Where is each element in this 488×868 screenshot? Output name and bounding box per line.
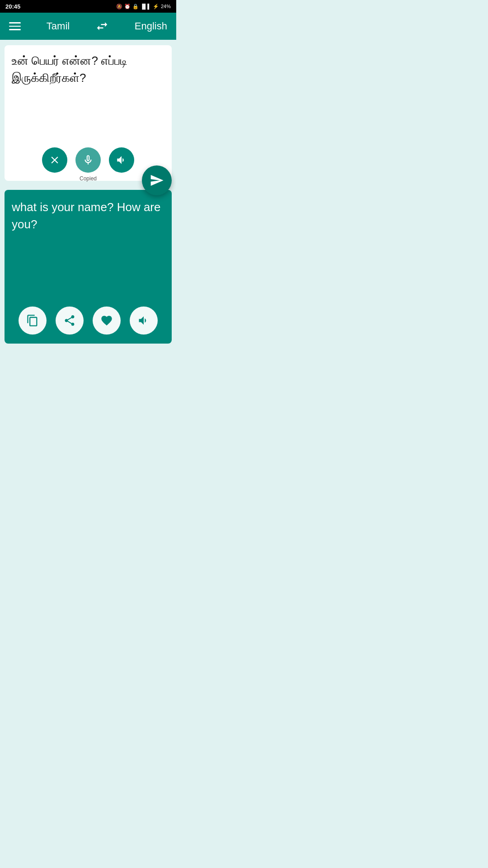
copied-label: Copied	[80, 175, 97, 182]
output-section: what is your name? How are you?	[5, 190, 172, 344]
microphone-button[interactable]: Copied	[75, 147, 101, 173]
lock-icon: 🔒	[132, 4, 139, 9]
output-actions	[19, 307, 158, 335]
status-time: 20:45	[5, 3, 20, 10]
source-text[interactable]: உன் பெயர் என்ன? எப்படி இருக்கிறீர்கள்?	[12, 52, 164, 86]
hamburger-line	[9, 29, 21, 30]
clear-button[interactable]	[42, 147, 67, 173]
input-section: உன் பெயர் என்ன? எப்படி இருக்கிறீர்கள்? C…	[5, 45, 172, 181]
status-bar: 20:45 🔕 ⏰ 🔒 ▐▌▌ ⚡ 24%	[0, 0, 176, 13]
charge-icon: ⚡	[153, 4, 159, 9]
share-button[interactable]	[56, 307, 84, 335]
translate-button[interactable]	[142, 165, 172, 195]
toolbar: Tamil English	[0, 13, 176, 40]
mute-icon: 🔕	[116, 4, 122, 9]
input-actions: Copied	[42, 147, 134, 173]
speak-source-button[interactable]	[109, 147, 134, 173]
copy-button[interactable]	[19, 307, 47, 335]
hamburger-line	[9, 22, 21, 24]
menu-button[interactable]	[9, 22, 21, 30]
favorite-button[interactable]	[93, 307, 121, 335]
source-language-label[interactable]: Tamil	[47, 20, 70, 32]
translated-text: what is your name? How are you?	[12, 199, 164, 233]
input-wrapper: உன் பெயர் என்ன? எப்படி இருக்கிறீர்கள்? C…	[0, 45, 176, 181]
signal-icon: ▐▌▌	[141, 4, 151, 9]
target-language-label[interactable]: English	[135, 20, 167, 32]
hamburger-line	[9, 26, 21, 27]
swap-languages-button[interactable]	[95, 19, 109, 33]
battery-level: 24%	[161, 4, 171, 9]
speak-translation-button[interactable]	[130, 307, 158, 335]
alarm-icon: ⏰	[124, 4, 131, 9]
status-icons: 🔕 ⏰ 🔒 ▐▌▌ ⚡ 24%	[116, 4, 171, 9]
